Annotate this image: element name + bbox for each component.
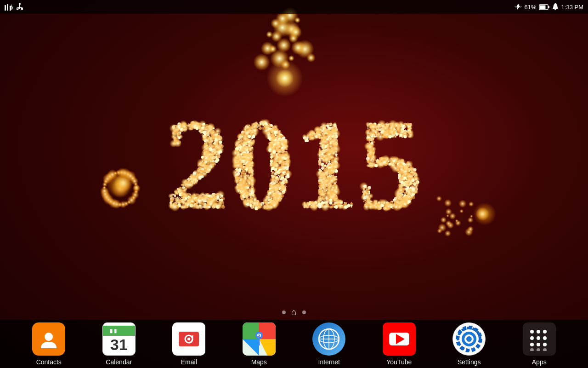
svg-rect-0 bbox=[5, 5, 6, 11]
dock-item-contacts[interactable]: Contacts bbox=[19, 322, 79, 366]
svg-rect-14 bbox=[554, 9, 556, 10]
dock-item-apps[interactable]: Apps bbox=[509, 322, 569, 366]
svg-point-50 bbox=[537, 348, 540, 351]
svg-point-20 bbox=[187, 338, 190, 340]
contacts-icon bbox=[32, 322, 65, 356]
svg-rect-11 bbox=[540, 5, 545, 9]
apps-label: Apps bbox=[532, 358, 547, 366]
calendar-label: Calendar bbox=[106, 358, 132, 366]
battery-icon bbox=[539, 4, 549, 10]
svg-point-46 bbox=[530, 343, 534, 346]
usb-icon bbox=[17, 3, 23, 11]
svg-point-48 bbox=[543, 343, 547, 346]
svg-text:G: G bbox=[255, 331, 260, 339]
notification-bell-icon bbox=[552, 3, 559, 11]
dock-item-settings[interactable]: Settings bbox=[439, 322, 499, 366]
home-button[interactable]: ⌂ bbox=[291, 307, 297, 317]
dock-item-internet[interactable]: Internet bbox=[299, 322, 359, 366]
dock-item-calendar[interactable]: ▮ ▮ 31 Calendar bbox=[89, 322, 149, 366]
calendar-date: 31 bbox=[110, 337, 128, 352]
svg-text:▮ ▮: ▮ ▮ bbox=[110, 328, 117, 334]
svg-point-47 bbox=[537, 343, 540, 346]
dock-item-email[interactable]: Email bbox=[159, 322, 219, 366]
nav-dot-1[interactable] bbox=[282, 310, 286, 314]
youtube-label: YouTube bbox=[386, 358, 412, 366]
nav-dot-3[interactable] bbox=[302, 310, 306, 314]
notification-icon bbox=[5, 3, 13, 11]
svg-point-51 bbox=[543, 348, 547, 351]
battery-percent: 61% bbox=[525, 4, 537, 11]
apps-icon bbox=[523, 322, 556, 356]
maps-label: Maps bbox=[251, 358, 267, 366]
svg-point-16 bbox=[45, 333, 53, 341]
svg-rect-3 bbox=[19, 3, 21, 5]
svg-point-45 bbox=[543, 336, 547, 340]
svg-rect-12 bbox=[548, 6, 549, 8]
svg-point-38 bbox=[466, 336, 472, 342]
maps-icon: G bbox=[243, 322, 276, 356]
nav-dots: ⌂ bbox=[282, 307, 306, 317]
svg-rect-1 bbox=[7, 4, 8, 11]
email-icon bbox=[172, 322, 205, 356]
svg-point-42 bbox=[543, 330, 547, 334]
calendar-header: ▮ ▮ bbox=[103, 326, 135, 336]
svg-point-49 bbox=[530, 348, 534, 351]
dock-item-youtube[interactable]: YouTube bbox=[369, 322, 429, 366]
contacts-label: Contacts bbox=[36, 358, 62, 366]
settings-icon bbox=[452, 322, 486, 356]
settings-label: Settings bbox=[458, 358, 481, 366]
youtube-icon bbox=[383, 322, 416, 356]
internet-label: Internet bbox=[318, 358, 340, 366]
internet-icon bbox=[312, 322, 345, 356]
svg-point-44 bbox=[537, 336, 540, 340]
calendar-icon: ▮ ▮ 31 bbox=[102, 322, 136, 356]
status-right: 61% 1:33 PM bbox=[514, 3, 583, 11]
svg-rect-9 bbox=[22, 8, 23, 9]
svg-point-41 bbox=[537, 330, 540, 334]
airplane-icon bbox=[514, 3, 522, 11]
dock: Contacts ▮ ▮ 31 Calendar Em bbox=[0, 320, 588, 368]
status-bar: 61% 1:33 PM bbox=[0, 0, 588, 14]
status-left bbox=[5, 3, 23, 11]
svg-point-40 bbox=[530, 330, 534, 334]
time-display: 1:33 PM bbox=[561, 4, 583, 11]
dock-item-maps[interactable]: G Maps bbox=[229, 322, 289, 366]
email-label: Email bbox=[181, 358, 197, 366]
svg-point-43 bbox=[530, 336, 534, 340]
svg-rect-2 bbox=[10, 6, 11, 11]
